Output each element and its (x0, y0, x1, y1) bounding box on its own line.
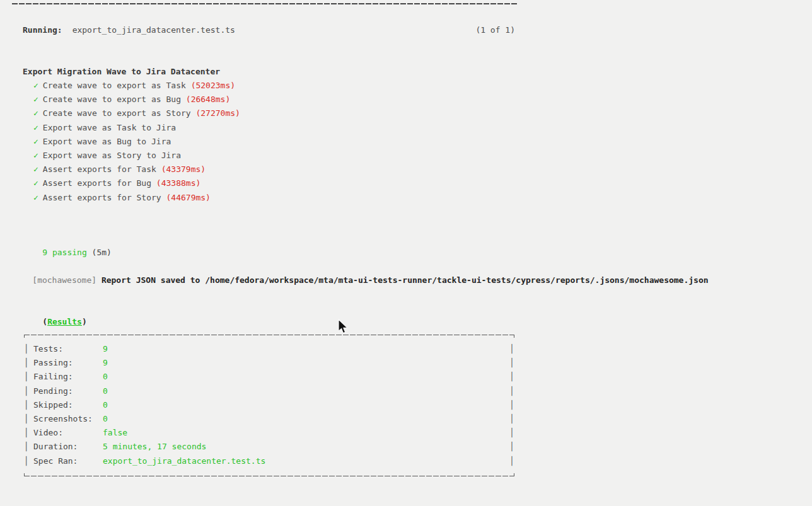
passing-count: 9 passing (42, 248, 86, 257)
summary-row: Pending:0 (24, 384, 514, 398)
summary-label: Duration: (33, 440, 103, 454)
mochawesome-message: Report JSON saved to /home/fedora/worksp… (96, 275, 709, 285)
summary-row: Duration:5 minutes, 17 seconds (24, 440, 514, 454)
results-link[interactable]: Results (47, 317, 82, 326)
check-icon: ✓ (33, 108, 38, 118)
check-icon: ✓ (33, 193, 38, 202)
mochawesome-tag: [mochawesome] (32, 275, 96, 285)
summary-label: Skipped: (33, 398, 103, 412)
check-icon: ✓ (33, 81, 38, 90)
previous-output-separator-line (12, 3, 517, 4)
test-duration: (26648ms) (186, 95, 230, 104)
running-header: Running:export_to_jira_datacenter.test.t… (23, 23, 515, 37)
summary-box-top-border (24, 335, 514, 335)
check-icon: ✓ (33, 151, 38, 160)
summary-row: Screenshots:0 (24, 412, 514, 426)
test-row: ✓Create wave to export as Bug (26648ms) (33, 93, 240, 106)
summary-label: Failing: (33, 370, 103, 384)
summary-value: false (103, 426, 127, 440)
test-row: ✓Assert exports for Task (43379ms) (33, 163, 240, 176)
terminal-screen: Running:export_to_jira_datacenter.test.t… (0, 0, 812, 506)
results-open-paren: ( (42, 317, 47, 326)
test-row: ✓Assert exports for Bug (43388ms) (33, 176, 240, 190)
summary-row: Passing:9 (24, 356, 514, 370)
test-row: ✓Export wave as Task to Jira (33, 121, 240, 135)
test-row: ✓Export wave as Bug to Jira (33, 135, 240, 149)
summary-label: Pending: (33, 384, 103, 398)
summary-value: 0 (103, 384, 108, 398)
test-duration: (44679ms) (166, 193, 211, 202)
spec-count: (1 of 1) (475, 23, 515, 37)
test-name: Export wave as Bug to Jira (43, 137, 171, 146)
passing-time: (5m) (87, 248, 112, 257)
test-name: Export wave as Task to Jira (43, 123, 176, 132)
test-name: Assert exports for Bug (43, 178, 156, 188)
summary-value: 9 (103, 342, 108, 356)
summary-label: Tests: (33, 342, 103, 356)
running-label: Running: (23, 23, 62, 37)
summary-value: 0 (103, 370, 108, 384)
test-list: ✓Create wave to export as Task (52023ms)… (33, 79, 240, 205)
test-name: Create wave to export as Story (43, 108, 196, 118)
summary-value: export_to_jira_datacenter.test.ts (103, 454, 265, 468)
test-name: Assert exports for Story (43, 193, 166, 202)
check-icon: ✓ (33, 137, 38, 146)
check-icon: ✓ (33, 164, 38, 174)
summary-row: Failing:0 (24, 370, 514, 384)
summary-box-bottom-border (24, 476, 514, 476)
summary-value: 0 (103, 412, 108, 426)
test-row: ✓Assert exports for Story (44679ms) (33, 191, 240, 205)
run-summary-box: Tests:9 Passing:9 Failing:0 Pending:0 Sk… (24, 335, 514, 476)
test-duration: (27270ms) (195, 108, 240, 118)
test-duration: (43379ms) (161, 164, 206, 174)
running-spec-file: export_to_jira_datacenter.test.ts (72, 23, 235, 37)
summary-label: Passing: (33, 356, 103, 370)
test-duration: (43388ms) (156, 178, 200, 188)
test-row: ✓Export wave as Story to Jira (33, 149, 240, 163)
test-name: Assert exports for Task (43, 164, 161, 174)
summary-box-rows: Tests:9 Passing:9 Failing:0 Pending:0 Sk… (24, 335, 514, 476)
suite-title: Export Migration Wave to Jira Datacenter (23, 65, 220, 79)
test-name: Create wave to export as Bug (43, 95, 186, 104)
summary-row: Skipped:0 (24, 398, 514, 412)
test-row: ✓Create wave to export as Story (27270ms… (33, 106, 240, 120)
test-name: Create wave to export as Task (43, 81, 191, 90)
results-close-paren: ) (82, 317, 87, 326)
mochawesome-log-line: [mochawesome] Report JSON saved to /home… (13, 260, 709, 301)
summary-value: 0 (103, 398, 108, 412)
check-icon: ✓ (33, 95, 38, 104)
summary-label: Video: (33, 426, 103, 440)
mouse-cursor-icon (338, 319, 349, 335)
test-name: Export wave as Story to Jira (43, 151, 181, 160)
summary-value: 5 minutes, 17 seconds (103, 440, 206, 454)
test-row: ✓Create wave to export as Task (52023ms) (33, 79, 240, 93)
check-icon: ✓ (33, 123, 38, 132)
summary-row: Spec Ran:export_to_jira_datacenter.test.… (24, 454, 514, 468)
check-icon: ✓ (33, 178, 38, 188)
summary-value: 9 (103, 356, 108, 370)
summary-row: Tests:9 (24, 342, 514, 356)
summary-label: Screenshots: (33, 412, 103, 426)
summary-row: Video:false (24, 426, 514, 440)
summary-label: Spec Ran: (33, 454, 103, 468)
test-duration: (52023ms) (191, 81, 235, 90)
